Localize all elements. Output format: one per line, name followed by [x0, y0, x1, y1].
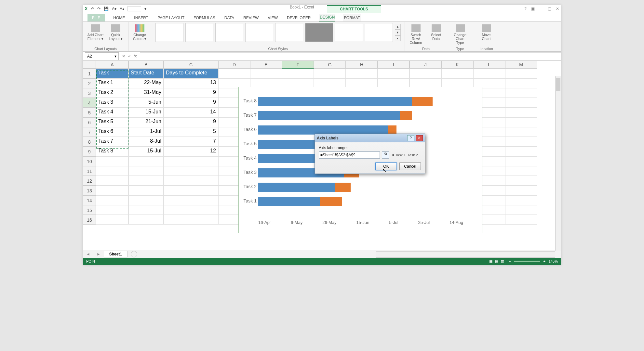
- select-data-button[interactable]: Select Data: [428, 23, 445, 41]
- enter-formula-icon[interactable]: ✓: [128, 54, 131, 58]
- cell[interactable]: 5-Jun: [128, 98, 164, 108]
- row-header-2[interactable]: 2: [83, 78, 96, 88]
- collapse-dialog-icon[interactable]: ⧉: [382, 151, 389, 159]
- gallery-scroll[interactable]: ▲▼▾: [395, 24, 401, 41]
- dialog-close-icon[interactable]: ✕: [416, 135, 423, 141]
- cell[interactable]: [409, 69, 441, 78]
- cell[interactable]: [505, 127, 537, 137]
- cell[interactable]: [505, 88, 537, 98]
- cell[interactable]: [441, 69, 473, 78]
- cell[interactable]: 15-Jul: [128, 147, 164, 156]
- save-icon[interactable]: 💾: [104, 6, 109, 11]
- column-header-F[interactable]: F: [282, 61, 314, 69]
- cell[interactable]: 31-May: [128, 88, 164, 98]
- chart-style-2[interactable]: [185, 23, 213, 42]
- chart-bar-duration[interactable]: [388, 125, 396, 135]
- name-box[interactable]: A2▾: [85, 52, 119, 60]
- qat-dropdown[interactable]: [127, 6, 141, 11]
- cell[interactable]: [96, 215, 128, 225]
- cancel-button[interactable]: Cancel: [399, 162, 421, 170]
- chart-style-1[interactable]: [155, 23, 183, 42]
- cell[interactable]: Task 5: [96, 117, 128, 127]
- add-sheet-button[interactable]: +: [131, 251, 137, 257]
- cell[interactable]: [164, 166, 218, 176]
- column-header-C[interactable]: C: [164, 61, 218, 69]
- cell[interactable]: [218, 69, 250, 78]
- row-header-3[interactable]: 3: [83, 88, 96, 98]
- ribbon-options-icon[interactable]: ▣: [531, 6, 535, 11]
- cell[interactable]: [96, 205, 128, 215]
- cell[interactable]: [505, 108, 537, 117]
- cell[interactable]: [128, 166, 164, 176]
- row-header-16[interactable]: 16: [83, 215, 96, 225]
- row-header-12[interactable]: 12: [83, 176, 96, 186]
- cell[interactable]: [505, 176, 537, 186]
- chart-style-4[interactable]: [245, 23, 273, 42]
- cell[interactable]: 13: [164, 78, 218, 88]
- tab-view[interactable]: VIEW: [267, 14, 278, 21]
- tab-formulas[interactable]: FORMULAS: [193, 14, 216, 21]
- column-header-L[interactable]: L: [473, 61, 505, 69]
- switch-row-column-button[interactable]: Switch Row/ Column: [408, 23, 424, 45]
- tab-review[interactable]: REVIEW: [243, 14, 259, 21]
- column-header-K[interactable]: K: [441, 61, 473, 69]
- cell[interactable]: [164, 186, 218, 195]
- select-all-corner[interactable]: [83, 61, 96, 69]
- cell[interactable]: Task 2: [96, 88, 128, 98]
- row-header-14[interactable]: 14: [83, 195, 96, 205]
- cell[interactable]: [505, 78, 537, 88]
- cell[interactable]: [505, 205, 537, 215]
- add-chart-element-button[interactable]: Add Chart Element ▾: [87, 23, 104, 41]
- cell[interactable]: 21-Jun: [128, 117, 164, 127]
- column-header-D[interactable]: D: [218, 61, 250, 69]
- tab-design[interactable]: DESIGN: [319, 14, 335, 21]
- chart-bar-start[interactable]: [258, 183, 335, 192]
- cell[interactable]: Start Date: [128, 69, 164, 78]
- row-header-4[interactable]: 4: [83, 98, 96, 108]
- cell[interactable]: [164, 195, 218, 205]
- cell[interactable]: [96, 186, 128, 195]
- cell[interactable]: [505, 166, 537, 176]
- cell[interactable]: [164, 215, 218, 225]
- chart-bar-duration[interactable]: [320, 197, 342, 206]
- cell[interactable]: 9: [164, 98, 218, 108]
- change-colors-button[interactable]: Change Colors ▾: [131, 23, 148, 41]
- sheet-nav-next-icon[interactable]: ►: [93, 252, 104, 256]
- cell[interactable]: [378, 69, 409, 78]
- cell[interactable]: [505, 186, 537, 195]
- chart-bar-duration[interactable]: [400, 111, 412, 120]
- cell[interactable]: [505, 69, 537, 78]
- cell[interactable]: [96, 176, 128, 186]
- cell[interactable]: 22-May: [128, 78, 164, 88]
- cell[interactable]: Task 8: [96, 147, 128, 156]
- ok-button[interactable]: OK: [375, 162, 397, 170]
- column-header-B[interactable]: B: [128, 61, 164, 69]
- cell[interactable]: [164, 156, 218, 166]
- formula-input[interactable]: [140, 52, 561, 60]
- view-buttons[interactable]: ▦▤▥: [488, 259, 505, 264]
- cell[interactable]: [346, 69, 378, 78]
- cell[interactable]: 14: [164, 108, 218, 117]
- cell[interactable]: [164, 205, 218, 215]
- cell[interactable]: [164, 176, 218, 186]
- row-header-15[interactable]: 15: [83, 205, 96, 215]
- cell[interactable]: [505, 147, 537, 156]
- row-header-5[interactable]: 5: [83, 108, 96, 117]
- cell[interactable]: Task 6: [96, 127, 128, 137]
- column-header-H[interactable]: H: [346, 61, 378, 69]
- axis-label-range-input[interactable]: [319, 151, 380, 159]
- cell[interactable]: 9: [164, 88, 218, 98]
- sheet-nav-prev-icon[interactable]: ◄: [83, 252, 93, 256]
- cell[interactable]: 8-Jul: [128, 137, 164, 147]
- row-header-9[interactable]: 9: [83, 147, 96, 156]
- tab-developer[interactable]: DEVELOPER: [286, 14, 311, 21]
- cell[interactable]: 7: [164, 137, 218, 147]
- cell[interactable]: [250, 69, 282, 78]
- cell[interactable]: Task 4: [96, 108, 128, 117]
- row-header-10[interactable]: 10: [83, 156, 96, 166]
- column-header-E[interactable]: E: [250, 61, 282, 69]
- tab-insert[interactable]: INSERT: [133, 14, 149, 21]
- chart-styles-gallery[interactable]: ▲▼▾: [155, 23, 401, 42]
- cell[interactable]: Task 1: [96, 78, 128, 88]
- cell[interactable]: Task: [96, 69, 128, 78]
